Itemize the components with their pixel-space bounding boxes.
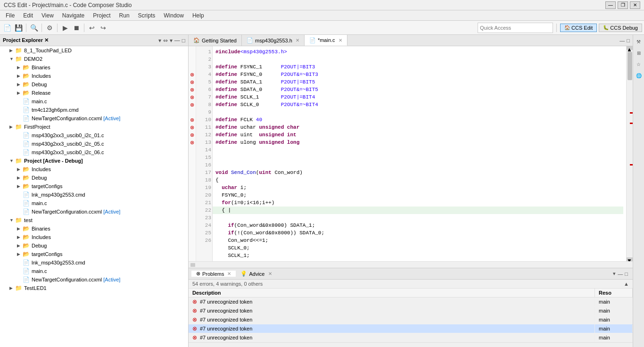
tab-problems-close[interactable]: ✕ bbox=[227, 271, 231, 276]
sidebar-tools-icon[interactable]: ⚒ bbox=[634, 37, 644, 46]
prob-row-2[interactable]: ⊗#7 unrecognized token main bbox=[189, 306, 633, 315]
tree-item-pa-targetconfigs[interactable]: ▶ 📂 targetConfigs bbox=[0, 182, 188, 190]
pe-link-button[interactable]: ⇔ bbox=[163, 37, 168, 44]
tab-msp430h[interactable]: 📄 msp430g2553.h ✕ bbox=[242, 35, 305, 46]
toolbar-sep-1 bbox=[26, 24, 26, 32]
editor-scrollbar[interactable]: ▲ ▼ bbox=[626, 46, 633, 261]
prob-row-5-text: #7 unrecognized token bbox=[200, 335, 252, 340]
menu-bar: File Edit View Navigate Project Run Scri… bbox=[0, 10, 644, 21]
ccs-debug-perspective-button[interactable]: 🐛 CCS Debug bbox=[599, 24, 642, 32]
minimize-button[interactable]: — bbox=[605, 1, 616, 9]
toolbar-save-button[interactable]: 💾 bbox=[13, 23, 24, 33]
tree-item-demo2-ccxml[interactable]: 📄 NewTargetConfiguration.ccxml [Active] bbox=[0, 114, 188, 123]
toolbar-build-button[interactable]: ⚙ bbox=[44, 23, 55, 33]
menu-window[interactable]: Window bbox=[160, 11, 188, 20]
tree-item-demo2-mainc[interactable]: 📄 main.c bbox=[0, 97, 188, 106]
problems-min-button[interactable]: — bbox=[618, 271, 623, 277]
toolbar-stop-button[interactable]: ⏹ bbox=[71, 23, 82, 33]
tree-item-fp-i2c06[interactable]: 📄 msp430g2xx3_uscib0_i2c_06.c bbox=[0, 148, 188, 157]
pe-collapse-button[interactable]: ▾ bbox=[158, 37, 161, 44]
tree-item-fp-i2c05[interactable]: 📄 msp430g2xx3_uscib0_i2c_05.c bbox=[0, 140, 188, 148]
ccs-edit-perspective-button[interactable]: 🏠 CCS Edit bbox=[560, 24, 597, 32]
menu-scripts[interactable]: Scripts bbox=[134, 11, 159, 20]
tree-item-test[interactable]: ▼ 📁 test bbox=[0, 216, 188, 224]
error-icon-1: ⊗ bbox=[192, 298, 197, 305]
scrollbar-track[interactable] bbox=[627, 50, 633, 257]
tree-item-test-mainc[interactable]: 📄 main.c bbox=[0, 267, 188, 275]
editor-min-button[interactable]: — bbox=[619, 38, 625, 43]
quick-access-input[interactable] bbox=[478, 23, 553, 33]
toolbar-redo-button[interactable]: ↪ bbox=[98, 23, 108, 33]
tree-item-test-binaries[interactable]: ▶ 📂 Binaries bbox=[0, 224, 188, 233]
tree-item-fp-i2c01[interactable]: 📄 msp430g2xx3_uscib0_i2c_01.c bbox=[0, 131, 188, 140]
toolbar-search-button[interactable]: 🔍 bbox=[29, 23, 39, 33]
close-button[interactable]: ✕ bbox=[630, 1, 640, 9]
problems-hscrollbar[interactable] bbox=[189, 342, 633, 347]
toolbar-new-button[interactable]: 📄 bbox=[2, 23, 12, 33]
scrollbar-down-arrow[interactable]: ▼ bbox=[627, 257, 633, 261]
problems-max-button[interactable]: □ bbox=[625, 271, 628, 277]
hscrollbar-thumb[interactable] bbox=[190, 263, 195, 267]
menu-help[interactable]: Help bbox=[189, 11, 208, 20]
marker-3 bbox=[189, 63, 196, 71]
tree-item-test-includes[interactable]: ▶ 📂 Includes bbox=[0, 233, 188, 241]
tree-item-pa-mainc[interactable]: 📄 main.c bbox=[0, 199, 188, 207]
sidebar-grid-icon[interactable]: ⊞ bbox=[634, 48, 644, 58]
tree-item-test-targetconfigs[interactable]: ▶ 📂 targetConfigs bbox=[0, 250, 188, 258]
tree-item-project-active[interactable]: ▼ 📁 Project [Active - Debug] bbox=[0, 157, 188, 165]
editor-hscrollbar[interactable] bbox=[189, 261, 633, 268]
toolbar-sep-3 bbox=[57, 24, 58, 32]
menu-edit[interactable]: Edit bbox=[19, 11, 37, 20]
tree-item-firstproject[interactable]: ▶ 📁 FirstProject bbox=[0, 123, 188, 131]
pe-max-button[interactable]: □ bbox=[182, 37, 185, 44]
prob-row-3[interactable]: ⊗#7 unrecognized token main bbox=[189, 315, 633, 324]
prob-row-5[interactable]: ⊗#7 unrecognized token main bbox=[189, 333, 633, 342]
tree-item-pa-includes[interactable]: ▶ 📂 Includes bbox=[0, 165, 188, 174]
marker-4: ⊗ bbox=[189, 71, 196, 78]
tree-item-demo2-release[interactable]: ▶ 📂 Release bbox=[0, 89, 188, 97]
menu-run[interactable]: Run bbox=[116, 11, 133, 20]
menu-file[interactable]: File bbox=[2, 11, 18, 20]
tab-advice[interactable]: 💡 Advice ✕ bbox=[236, 271, 276, 277]
tab-problems[interactable]: ⊗ Problems ✕ bbox=[191, 271, 236, 277]
prob-row-1[interactable]: ⊗#7 unrecognized token main bbox=[189, 297, 633, 306]
tab-msp430h-close[interactable]: ✕ bbox=[296, 38, 299, 43]
pe-min-button[interactable]: — bbox=[174, 37, 180, 44]
menu-navigate[interactable]: Navigate bbox=[58, 11, 88, 20]
sidebar-bookmark-icon[interactable]: ☆ bbox=[634, 59, 644, 69]
tree-item-testled1[interactable]: ▶ 📁 TestLED1 bbox=[0, 284, 188, 292]
toolbar-debug-button[interactable]: ▶ bbox=[60, 23, 70, 33]
toolbar-undo-button[interactable]: ↩ bbox=[87, 23, 97, 33]
scrollbar-up-arrow[interactable]: ▲ bbox=[627, 46, 633, 50]
tree-item-demo2-includes[interactable]: ▶ 📂 Includes bbox=[0, 72, 188, 80]
tab-getting-started[interactable]: 🏠 Getting Started bbox=[189, 35, 242, 46]
tree-item-test-ccxml[interactable]: 📄 NewTargetConfiguration.ccxml [Active] bbox=[0, 275, 188, 284]
tree-item-test-cmd[interactable]: 📄 lnk_msp430g2553.cmd bbox=[0, 258, 188, 267]
menu-view[interactable]: View bbox=[38, 11, 58, 20]
tab-mainc-close[interactable]: ✕ bbox=[339, 38, 342, 43]
tab-advice-close[interactable]: ✕ bbox=[268, 271, 272, 276]
sidebar-globe-icon[interactable]: 🌐 bbox=[634, 71, 644, 80]
maximize-button[interactable]: ❐ bbox=[618, 1, 628, 9]
tree-item-pa-debug[interactable]: ▶ 📂 Debug bbox=[0, 174, 188, 182]
tree-item-touchpad[interactable]: ▶ 📁 8_1_TouchPad_LED bbox=[0, 46, 188, 55]
tree-item-test-debug[interactable]: ▶ 📂 Debug bbox=[0, 241, 188, 250]
tree-item-pa-ccxml[interactable]: 📄 NewTargetConfiguration.ccxml [Active] bbox=[0, 207, 188, 216]
problems-collapse-icon[interactable]: ▲ bbox=[624, 281, 629, 287]
tree-item-demo2-binaries[interactable]: ▶ 📂 Binaries bbox=[0, 63, 188, 72]
error-icon-3: ⊗ bbox=[192, 316, 197, 323]
tree-item-demo2-debug[interactable]: ▶ 📂 Debug bbox=[0, 80, 188, 89]
scrollbar-thumb[interactable] bbox=[627, 52, 632, 80]
tree-item-pa-cmd[interactable]: 📄 lnk_msp430g2553.cmd bbox=[0, 190, 188, 199]
editor-max-button[interactable]: □ bbox=[627, 38, 630, 43]
tree-item-demo2-cmd[interactable]: 📄 tm4c123gh6pm.cmd bbox=[0, 106, 188, 114]
code-content[interactable]: #include<msp430g2553.h> #define FSYNC_1 … bbox=[213, 46, 626, 261]
error-icon-5: ⊗ bbox=[192, 334, 197, 341]
prob-row-4[interactable]: ⊗#7 unrecognized token main bbox=[189, 324, 633, 333]
tree-item-demo2[interactable]: ▼ 📁 DEMO2 bbox=[0, 55, 188, 63]
pe-menu-button[interactable]: ▾ bbox=[170, 37, 173, 44]
menu-project[interactable]: Project bbox=[89, 11, 114, 20]
problems-filter-icon[interactable]: ▾ bbox=[613, 271, 616, 277]
tab-mainc[interactable]: 📄 *main.c ✕ bbox=[305, 35, 347, 46]
marker-12: ⊗ bbox=[189, 131, 196, 139]
